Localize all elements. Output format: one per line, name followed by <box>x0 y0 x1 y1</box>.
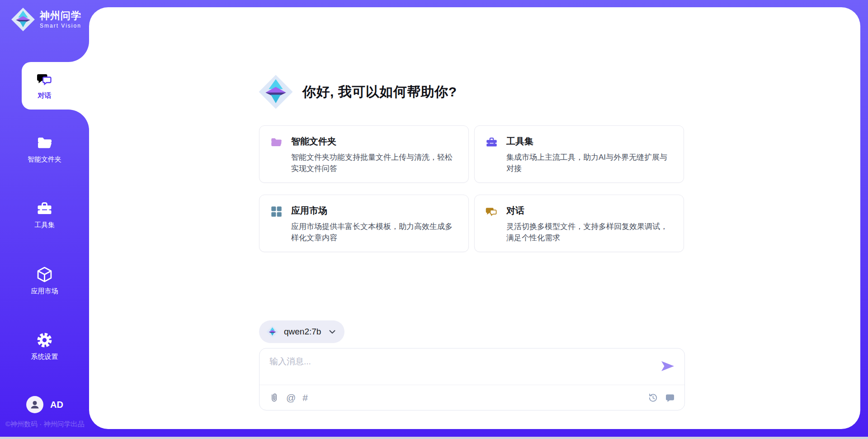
sidebar-item-toolset[interactable]: 工具集 <box>0 196 89 234</box>
card-body: 应用市场 应用市场提供丰富长文本模板，助力高效生成多样化文章内容 <box>291 205 459 243</box>
topic-button[interactable]: # <box>302 393 308 402</box>
brand-name: 神州问学 <box>40 10 81 21</box>
user-initials: AD <box>50 400 63 410</box>
sidebar-item-chat[interactable]: 对话 <box>0 67 89 105</box>
folder-icon <box>270 136 283 148</box>
card-title: 对话 <box>506 205 675 217</box>
cube-icon <box>36 266 53 283</box>
send-button[interactable] <box>660 359 675 373</box>
conversation-button[interactable] <box>665 392 675 403</box>
history-clock-icon <box>647 392 659 404</box>
card-toolset[interactable]: 工具集 集成市场上主流工具，助力AI与外界无缝扩展与对接 <box>474 125 684 183</box>
chat-icon <box>37 71 53 87</box>
card-title: 应用市场 <box>291 205 459 217</box>
sidebar-item-label: 应用市场 <box>31 287 58 296</box>
card-title: 工具集 <box>506 135 675 148</box>
card-body: 工具集 集成市场上主流工具，助力AI与外界无缝扩展与对接 <box>506 135 675 174</box>
model-gem-icon <box>266 325 278 338</box>
paperclip-icon <box>269 392 279 403</box>
avatar <box>26 396 43 413</box>
composer-toolbar: @ # <box>259 385 684 410</box>
model-selector[interactable]: qwen2:7b <box>259 320 344 343</box>
card-body: 智能文件夹 智能文件夹功能支持批量文件上传与清洗，轻松实现文件问答 <box>291 135 459 174</box>
folder-icon <box>36 135 53 151</box>
grid-icon <box>270 205 283 218</box>
user-icon <box>30 400 40 410</box>
message-input[interactable] <box>269 356 653 381</box>
brand-text: 神州问学 Smart Vision <box>40 10 81 29</box>
sidebar-item-smart-folder[interactable]: 智能文件夹 <box>0 130 89 168</box>
card-description: 应用市场提供丰富长文本模板，助力高效生成多样化文章内容 <box>291 221 459 243</box>
card-app-market[interactable]: 应用市场 应用市场提供丰富长文本模板，助力高效生成多样化文章内容 <box>259 195 469 252</box>
sidebar-item-settings[interactable]: 系统设置 <box>0 327 89 365</box>
toolbox-icon <box>36 200 53 217</box>
active-tab-flare-bottom <box>68 110 89 130</box>
sidebar: 神州问学 Smart Vision 对话 智能文件夹 工具集 应用市场 系统设置 <box>0 0 89 439</box>
hash-icon: # <box>302 393 308 402</box>
card-smart-folder[interactable]: 智能文件夹 智能文件夹功能支持批量文件上传与清洗，轻松实现文件问答 <box>259 125 469 183</box>
model-name: qwen2:7b <box>284 327 321 337</box>
copyright-text: ©神州数码 · 神州问学出品 <box>5 420 89 429</box>
sidebar-item-label: 工具集 <box>34 221 55 229</box>
feature-cards: 智能文件夹 智能文件夹功能支持批量文件上传与清洗，轻松实现文件问答 工具集 集成… <box>259 125 684 252</box>
composer-tools-left: @ # <box>269 392 308 403</box>
sidebar-item-label: 对话 <box>38 91 52 100</box>
brand-subtitle: Smart Vision <box>40 23 81 29</box>
card-description: 智能文件夹功能支持批量文件上传与清洗，轻松实现文件问答 <box>291 152 459 174</box>
greeting-row: 你好, 我可以如何帮助你? <box>258 74 457 110</box>
at-icon: @ <box>286 393 296 402</box>
sidebar-item-app-market[interactable]: 应用市场 <box>0 262 89 300</box>
chat-bubble-icon <box>665 392 675 403</box>
card-description: 集成市场上主流工具，助力AI与外界无缝扩展与对接 <box>506 152 675 174</box>
greeting-title: 你好, 我可以如何帮助你? <box>302 83 457 101</box>
history-button[interactable] <box>647 392 659 404</box>
chat-icon <box>486 205 498 218</box>
message-composer: @ # <box>259 348 685 410</box>
card-body: 对话 灵活切换多模型文件，支持多样回复效果调试，满足个性化需求 <box>506 205 675 243</box>
sidebar-item-label: 智能文件夹 <box>28 155 61 164</box>
mention-button[interactable]: @ <box>286 393 296 402</box>
card-description: 灵活切换多模型文件，支持多样回复效果调试，满足个性化需求 <box>506 221 675 243</box>
send-icon <box>660 360 675 372</box>
brand: 神州问学 Smart Vision <box>11 6 81 33</box>
card-chat[interactable]: 对话 灵活切换多模型文件，支持多样回复效果调试，满足个性化需求 <box>474 195 684 252</box>
sidebar-item-label: 系统设置 <box>31 353 58 361</box>
window-bottom-edge <box>0 437 868 439</box>
greeting-logo-gem-icon <box>258 74 293 110</box>
card-title: 智能文件夹 <box>291 135 459 148</box>
attach-file-button[interactable] <box>269 392 279 403</box>
app-window: 神州问学 Smart Vision 对话 智能文件夹 工具集 应用市场 系统设置 <box>0 0 868 439</box>
chevron-down-icon <box>329 330 335 334</box>
gear-icon <box>36 332 53 348</box>
toolbox-icon <box>486 136 498 148</box>
brand-logo-gem-icon <box>11 6 35 33</box>
composer-tools-right <box>647 392 675 404</box>
user-account[interactable]: AD <box>26 396 63 413</box>
active-tab-flare-top <box>68 41 89 62</box>
